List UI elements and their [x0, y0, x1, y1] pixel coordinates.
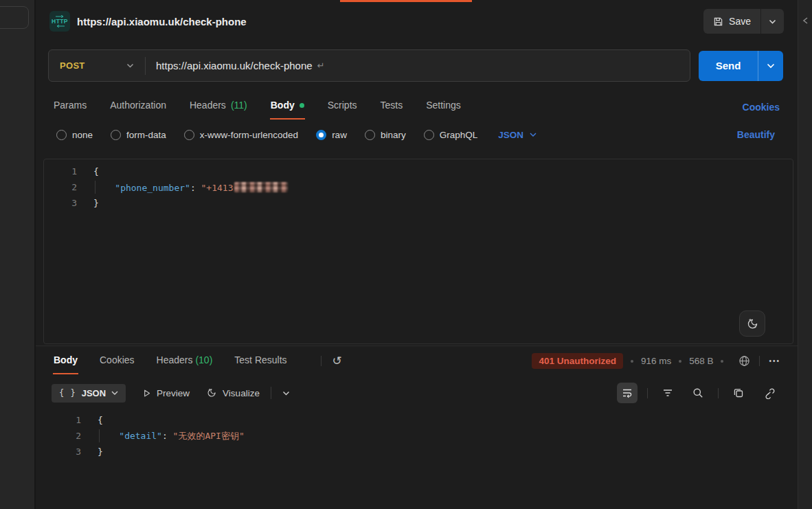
token-brace: { — [93, 166, 99, 177]
indent-guide — [99, 429, 100, 442]
code-line[interactable]: 1{ — [44, 163, 793, 179]
tab-label: Params — [54, 100, 87, 111]
code-text: "phone_number": "+1413 — [77, 182, 288, 193]
divider — [718, 388, 719, 398]
left-sidebar[interactable] — [0, 0, 36, 509]
line-number: 1 — [44, 166, 77, 177]
request-body-editor[interactable]: 1{2 "phone_number": "+14133} — [43, 159, 793, 344]
response-tabs: BodyCookiesHeaders (10)Test Results — [53, 348, 322, 374]
sparkle-circle-icon — [746, 317, 759, 330]
code-text: "detail": "无效的API密钥" — [81, 430, 245, 442]
line-number: 3 — [44, 198, 77, 208]
preview-button[interactable]: Preview — [142, 388, 190, 398]
tab-authorization[interactable]: Authorization — [109, 94, 167, 120]
code-line[interactable]: 3} — [44, 195, 793, 211]
response-tab-cookies[interactable]: Cookies — [99, 348, 135, 374]
tab-settings[interactable]: Settings — [425, 94, 462, 120]
request-tabs-row: ParamsAuthorizationHeaders(11)BodyScript… — [36, 89, 798, 120]
tab-label: Tests — [381, 100, 403, 111]
code-line[interactable]: 3} — [48, 444, 798, 460]
body-mode-row: noneform-datax-www-form-urlencodedrawbin… — [36, 120, 798, 148]
wrap-text-icon — [622, 387, 633, 398]
mode-label: raw — [332, 130, 347, 140]
right-rail[interactable] — [798, 0, 812, 509]
response-body-editor[interactable]: 1{2 "detail": "无效的API密钥"3} — [36, 407, 798, 509]
body-mode-form-data[interactable]: form-data — [111, 130, 166, 140]
url-box: POST https://api.xiaomu.uk/check-phone ↵ — [48, 49, 690, 82]
token-key: "phone_number" — [115, 183, 190, 193]
response-time[interactable]: 916 ms — [641, 356, 671, 366]
token-ws — [98, 431, 119, 441]
visualize-button[interactable]: Visualize — [206, 387, 260, 398]
tab-headers[interactable]: Headers(11) — [189, 94, 248, 120]
http-badge-label: HTTP — [52, 19, 68, 24]
more-views-chevron[interactable] — [282, 391, 290, 396]
tab-body[interactable]: Body — [270, 94, 305, 120]
send-button[interactable]: Send — [699, 51, 758, 81]
postbot-ai-button[interactable] — [739, 310, 765, 337]
line-number: 3 — [48, 446, 81, 457]
request-title: https://api.xiaomu.uk/check-phone — [77, 16, 247, 27]
wrap-text-button[interactable] — [617, 383, 638, 403]
beautify-link[interactable]: Beautify — [737, 129, 775, 140]
response-meta: 401 Unauthorized 916 ms 568 B ••• — [532, 353, 780, 369]
save-button[interactable]: Save — [703, 9, 760, 34]
visualize-label: Visualize — [223, 388, 260, 398]
send-options-button[interactable] — [758, 51, 783, 81]
response-size[interactable]: 568 B — [689, 356, 713, 366]
chevron-down-icon — [530, 133, 537, 137]
response-tab-headers[interactable]: Headers (10) — [156, 348, 214, 374]
chevron-down-icon — [126, 63, 134, 68]
body-mode-graphql[interactable]: GraphQL — [424, 130, 478, 140]
response-format-dropdown[interactable]: { } JSON — [52, 384, 126, 403]
tab-scripts[interactable]: Scripts — [327, 94, 358, 120]
enter-key-hint: ↵ — [317, 60, 325, 71]
radio-icon — [316, 130, 326, 140]
cookies-link[interactable]: Cookies — [743, 102, 780, 113]
main-panel: HTTP https://api.xiaomu.uk/check-phone S… — [36, 0, 798, 509]
response-history-icon[interactable]: ↺ — [332, 355, 342, 367]
tab-count: (10) — [193, 354, 213, 365]
language-dropdown[interactable]: JSON — [498, 130, 537, 140]
response-tab-test-results[interactable]: Test Results — [234, 348, 287, 374]
dot-separator — [721, 360, 723, 363]
method-label: POST — [60, 60, 85, 71]
method-selector[interactable]: POST — [49, 60, 145, 71]
mode-label: none — [72, 130, 93, 140]
filter-icon — [662, 388, 673, 398]
link-button[interactable] — [758, 383, 779, 403]
tab-label: Settings — [426, 100, 461, 111]
tab-params[interactable]: Params — [53, 94, 87, 120]
save-options-button[interactable] — [760, 9, 784, 34]
code-line[interactable]: 2 "detail": "无效的API密钥" — [48, 428, 798, 444]
body-mode-x-www-form-urlencoded[interactable]: x-www-form-urlencoded — [184, 130, 298, 140]
body-mode-binary[interactable]: binary — [365, 130, 406, 140]
panel-divider[interactable] — [36, 346, 798, 346]
more-options-icon[interactable]: ••• — [769, 357, 780, 365]
token-key: "detail" — [119, 431, 162, 441]
response-tabs-row: BodyCookiesHeaders (10)Test Results ↺ 40… — [36, 348, 798, 374]
token-ws — [93, 183, 115, 193]
divider — [647, 388, 648, 398]
body-mode-raw[interactable]: raw — [316, 130, 347, 140]
code-line[interactable]: 2 "phone_number": "+1413 — [44, 179, 793, 195]
body-mode-none[interactable]: none — [56, 130, 93, 140]
tab-tests[interactable]: Tests — [380, 94, 404, 120]
request-header: HTTP https://api.xiaomu.uk/check-phone S… — [36, 0, 798, 43]
chevron-down-icon — [767, 63, 775, 69]
line-number: 1 — [48, 415, 81, 425]
search-button[interactable] — [688, 383, 708, 403]
sidebar-collapsed-item[interactable] — [0, 6, 29, 29]
chevron-down-icon — [111, 391, 118, 395]
line-number: 2 — [44, 182, 77, 192]
collapse-arrow-icon[interactable] — [802, 16, 809, 25]
network-globe-icon[interactable] — [738, 355, 750, 367]
url-input[interactable]: https://api.xiaomu.uk/check-phone — [146, 60, 313, 71]
response-tab-body[interactable]: Body — [53, 348, 78, 374]
copy-button[interactable] — [728, 383, 749, 403]
filter-button[interactable] — [657, 383, 678, 403]
status-badge[interactable]: 401 Unauthorized — [532, 353, 623, 369]
response-tools — [617, 383, 779, 403]
code-line[interactable]: 1{ — [48, 412, 798, 428]
token-punct: : — [190, 183, 201, 193]
